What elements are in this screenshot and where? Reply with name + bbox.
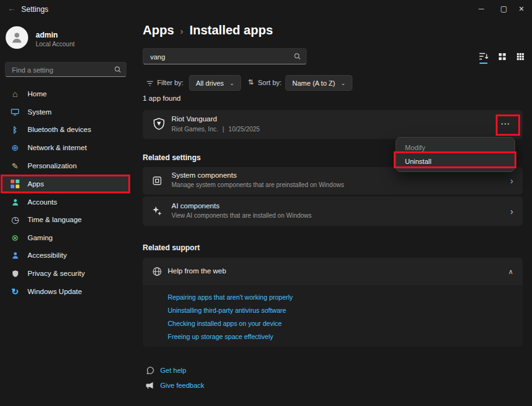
apps-grid-icon xyxy=(10,180,20,188)
sort-dropdown[interactable]: Name (A to Z) ⌄ xyxy=(285,75,352,91)
sidebar-item-gaming[interactable]: ⊗ Gaming xyxy=(3,229,130,246)
tiles-view-button[interactable] xyxy=(514,51,526,62)
sidebar-item-accessibility[interactable]: Accessibility xyxy=(3,246,130,264)
sidebar-item-windows-update[interactable]: ↻ Windows Update xyxy=(3,283,130,300)
give-feedback-link[interactable]: Give feedback xyxy=(146,381,204,390)
back-button[interactable]: ← xyxy=(8,4,16,13)
bluetooth-icon: ᛒ xyxy=(10,125,20,134)
breadcrumb-apps[interactable]: Apps xyxy=(143,23,174,38)
grid-view-button[interactable] xyxy=(496,51,508,62)
sort-list-view-button[interactable] xyxy=(478,51,489,62)
get-help-label: Get help xyxy=(160,367,187,374)
riot-vanguard-logo-icon xyxy=(152,117,166,131)
card-description: Manage system components that are preins… xyxy=(171,181,344,188)
chevron-right-icon: › xyxy=(180,24,183,36)
xbox-gaming-icon: ⊗ xyxy=(10,233,20,243)
page-title: Installed apps xyxy=(190,23,273,38)
related-support-heading: Related support xyxy=(143,243,200,252)
sidebar-item-label: Personalization xyxy=(28,162,77,170)
accessibility-person-icon xyxy=(10,251,20,260)
sidebar-item-system[interactable]: System xyxy=(3,103,130,121)
sidebar-item-privacy-security[interactable]: Privacy & security xyxy=(3,265,130,282)
help-from-web-title: Help from the web xyxy=(168,267,226,275)
filter-dropdown[interactable]: All drives ⌄ xyxy=(189,75,241,91)
active-view-indicator xyxy=(479,63,488,64)
update-refresh-icon: ↻ xyxy=(10,287,20,297)
card-description: View AI components that are installed on… xyxy=(171,212,312,219)
breadcrumb: Apps › Installed apps xyxy=(143,23,273,38)
find-a-setting-input[interactable] xyxy=(11,63,112,77)
sidebar-item-time-language[interactable]: ◷ Time & language xyxy=(3,211,130,228)
card-title: AI components xyxy=(171,202,220,210)
app-publisher: Riot Games, Inc. xyxy=(171,126,218,133)
clock-icon: ◷ xyxy=(10,215,20,225)
app-row-riot-vanguard: Riot Vanguard Riot Games, Inc. | 10/25/2… xyxy=(143,110,523,139)
sidebar-item-apps[interactable]: Apps xyxy=(3,175,130,193)
settings-window: ← Settings ─ ▢ × admin Local Account ⌂ H… xyxy=(0,0,532,406)
more-options-button[interactable]: ⋯ xyxy=(496,116,514,132)
search-icon xyxy=(114,66,121,73)
user-account-type: Local Account xyxy=(36,41,74,48)
sidebar-item-label: Gaming xyxy=(28,234,53,241)
brush-icon: ✎ xyxy=(10,161,20,171)
chat-help-icon xyxy=(146,366,155,375)
ai-components-sparkle-icon xyxy=(152,206,162,216)
help-from-web-header[interactable]: Help from the web ∧ xyxy=(143,258,523,285)
help-link[interactable]: Uninstalling third-party antivirus softw… xyxy=(168,304,523,317)
filter-icon xyxy=(146,79,154,88)
help-link[interactable]: Repairing apps that aren't working prope… xyxy=(168,291,523,304)
help-link[interactable]: Freeing up storage space effectively xyxy=(168,330,523,343)
apps-search-input[interactable] xyxy=(149,50,288,64)
sort-dropdown-value: Name (A to Z) xyxy=(292,79,335,87)
chevron-right-icon: › xyxy=(510,206,513,216)
globe-network-icon: ⊕ xyxy=(10,143,20,153)
context-menu: Modify Uninstall xyxy=(396,137,515,172)
chevron-up-icon: ∧ xyxy=(508,268,513,276)
feedback-megaphone-icon xyxy=(146,381,155,390)
menu-item-modify[interactable]: Modify xyxy=(396,141,514,155)
give-feedback-label: Give feedback xyxy=(160,382,204,389)
window-title: Settings xyxy=(21,5,48,14)
user-account[interactable] xyxy=(6,26,28,49)
system-icon xyxy=(10,108,20,116)
user-name: admin xyxy=(36,31,58,39)
sidebar-item-network-internet[interactable]: ⊕ Network & internet xyxy=(3,139,130,156)
person-icon xyxy=(10,198,20,206)
sidebar-item-label: System xyxy=(28,108,51,116)
sidebar-item-label: Accounts xyxy=(28,198,57,206)
filter-dropdown-value: All drives xyxy=(196,79,224,87)
related-settings-heading: Related settings xyxy=(143,153,201,162)
sidebar-item-label: Apps xyxy=(28,180,44,188)
sidebar-item-home[interactable]: ⌂ Home xyxy=(3,85,130,103)
sidebar-item-personalization[interactable]: ✎ Personalization xyxy=(3,157,130,175)
view-toggle-group xyxy=(478,51,526,62)
sidebar-search-box xyxy=(5,62,126,77)
sidebar-item-label: Network & internet xyxy=(28,144,87,151)
ai-components-card[interactable]: AI components View AI components that ar… xyxy=(143,196,523,226)
result-count: 1 app found xyxy=(143,94,181,102)
app-install-date: 10/25/2025 xyxy=(228,126,260,133)
sidebar-item-accounts[interactable]: Accounts xyxy=(3,193,130,211)
sidebar-item-bluetooth-devices[interactable]: ᛒ Bluetooth & devices xyxy=(3,121,130,138)
sidebar-item-label: Home xyxy=(28,90,47,98)
shield-icon xyxy=(10,270,20,278)
get-help-link[interactable]: Get help xyxy=(146,366,187,375)
app-meta: Riot Games, Inc. | 10/25/2025 xyxy=(171,126,260,133)
card-title: System components xyxy=(171,171,237,179)
help-links-list: Repairing apps that aren't working prope… xyxy=(143,285,523,347)
help-link[interactable]: Checking installed apps on your device xyxy=(168,317,523,330)
sort-by-label: Sort by: xyxy=(258,79,282,86)
avatar-person-icon xyxy=(11,31,23,44)
sort-icon: ⇅ xyxy=(248,78,253,86)
sidebar-item-label: Bluetooth & devices xyxy=(28,126,91,133)
meta-separator: | xyxy=(222,126,224,133)
minimize-button[interactable]: ─ xyxy=(471,0,492,18)
filter-by-label: Filter by: xyxy=(157,79,183,86)
sidebar-item-label: Accessibility xyxy=(28,251,67,259)
menu-item-uninstall[interactable]: Uninstall xyxy=(396,155,514,168)
chevron-down-icon: ⌄ xyxy=(230,80,235,86)
close-button[interactable]: × xyxy=(511,0,532,18)
sidebar-item-label: Privacy & security xyxy=(28,270,84,277)
home-icon: ⌂ xyxy=(10,89,20,99)
sidebar-item-label: Time & language xyxy=(28,216,82,223)
